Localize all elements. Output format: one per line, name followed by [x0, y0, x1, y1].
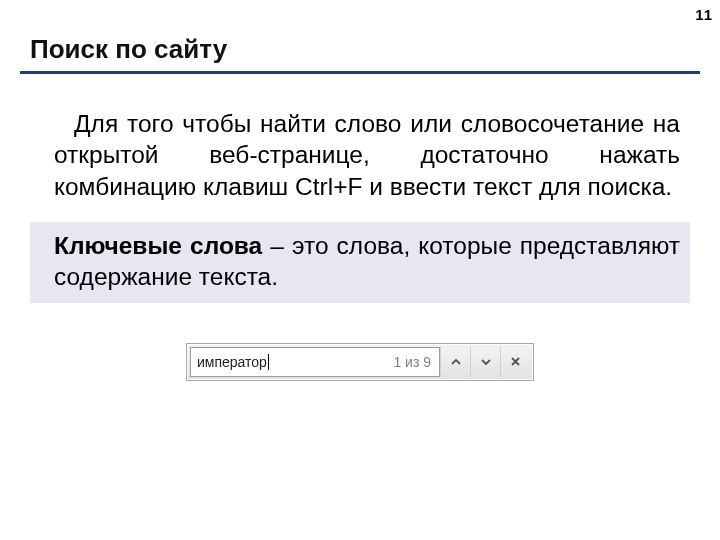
chevron-down-icon	[480, 356, 492, 368]
slide: 11 Поиск по сайту Для того чтобы найти с…	[0, 0, 720, 540]
page-number: 11	[695, 6, 712, 23]
find-prev-button[interactable]	[440, 347, 470, 377]
title-underline	[20, 71, 700, 74]
intro-paragraph: Для того чтобы найти слово или словосоче…	[30, 108, 690, 202]
page-title: Поиск по сайту	[30, 34, 690, 65]
find-next-button[interactable]	[470, 347, 500, 377]
find-input-text-wrap: император	[197, 354, 269, 370]
definition-block: Ключевые слова – это слова, которые пред…	[30, 222, 690, 303]
close-icon	[510, 356, 521, 367]
definition-term: Ключевые слова	[54, 232, 262, 259]
find-bar: император 1 из 9	[186, 343, 534, 381]
find-close-button[interactable]	[500, 347, 530, 377]
find-bar-container: император 1 из 9	[30, 343, 690, 381]
text-caret	[268, 354, 269, 370]
find-input[interactable]: император 1 из 9	[190, 347, 440, 377]
definition-dash: –	[262, 232, 292, 259]
chevron-up-icon	[450, 356, 462, 368]
find-input-value: император	[197, 354, 267, 370]
find-count: 1 из 9	[393, 354, 431, 370]
